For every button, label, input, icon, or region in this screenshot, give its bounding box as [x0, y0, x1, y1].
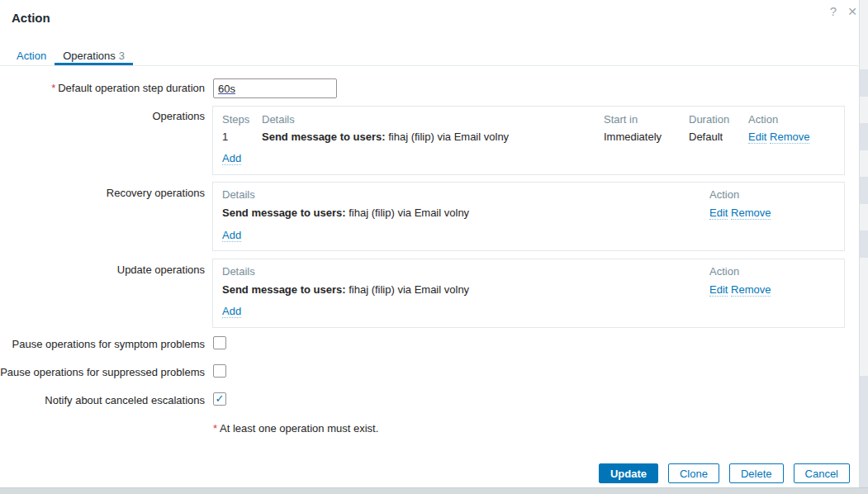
update-button[interactable]: Update — [599, 463, 658, 483]
col-action: Action — [709, 188, 739, 201]
update-operations-label: Update operations — [0, 264, 205, 276]
pause-symptom-checkbox[interactable] — [213, 336, 226, 349]
required-asterisk: * — [51, 82, 55, 94]
operation-start-in: Immediately — [604, 131, 662, 143]
action-dialog: Action ? ✕ Action Operations3 *Default o… — [0, 0, 860, 487]
update-details: Send message to users: fihaj (filip) via… — [222, 283, 469, 296]
remove-link[interactable]: Remove — [731, 207, 771, 220]
update-operations-table: Details Action Send message to users: fi… — [212, 259, 845, 328]
edit-link[interactable]: Edit — [709, 283, 728, 297]
cancel-button[interactable]: Cancel — [794, 463, 850, 483]
dialog-footer: Update Clone Delete Cancel — [599, 463, 850, 483]
edit-link[interactable]: Edit — [748, 131, 766, 144]
recovery-operations-label: Recovery operations — [0, 187, 205, 199]
checkbox-check-icon: ✓ — [216, 392, 225, 405]
tab-action[interactable]: Action — [17, 46, 55, 65]
operations-label: Operations — [0, 110, 205, 122]
col-start-in: Start in — [604, 113, 638, 126]
tab-operations-label: Operations — [63, 50, 116, 62]
duration-label: *Default operation step duration — [0, 82, 205, 94]
update-add-link[interactable]: Add — [222, 305, 241, 317]
pause-symptom-label: Pause operations for symptom problems — [0, 338, 205, 350]
recovery-details: Send message to users: fihaj (filip) via… — [222, 207, 469, 219]
tab-operations[interactable]: Operations3 — [55, 46, 133, 65]
operations-table: Steps Details Start in Duration Action 1… — [212, 106, 845, 175]
update-actions: Edit Remove — [709, 283, 771, 296]
notify-canceled-label: Notify about canceled escalations — [0, 394, 205, 406]
remove-link[interactable]: Remove — [770, 131, 809, 144]
pause-suppressed-checkbox[interactable] — [213, 364, 226, 378]
delete-button[interactable]: Delete — [729, 463, 784, 483]
operation-actions: Edit Remove — [748, 131, 809, 143]
pause-suppressed-label: Pause operations for suppressed problems — [0, 366, 205, 378]
duration-input[interactable] — [213, 78, 337, 98]
close-icon[interactable]: ✕ — [845, 4, 860, 19]
col-action: Action — [748, 113, 778, 126]
operations-add-link[interactable]: Add — [222, 152, 241, 164]
operation-details: Send message to users: fihaj (filip) via… — [262, 131, 509, 143]
operation-step: 1 — [222, 131, 228, 143]
col-steps: Steps — [222, 113, 249, 126]
operation-duration: Default — [689, 131, 723, 143]
col-duration: Duration — [689, 113, 729, 126]
required-asterisk: * — [213, 422, 217, 435]
edit-link[interactable]: Edit — [709, 207, 728, 220]
remove-link[interactable]: Remove — [731, 283, 771, 297]
tab-operations-count: 3 — [119, 50, 125, 62]
help-icon[interactable]: ? — [826, 4, 841, 19]
col-action: Action — [709, 265, 739, 278]
clone-button[interactable]: Clone — [668, 463, 719, 483]
notify-canceled-checkbox[interactable]: ✓ — [213, 392, 226, 406]
recovery-operations-table: Details Action Send message to users: fi… — [212, 182, 845, 251]
col-details: Details — [262, 113, 295, 126]
col-details: Details — [222, 188, 255, 201]
col-details: Details — [222, 265, 255, 278]
dialog-title: Action — [12, 11, 50, 25]
page-background — [860, 0, 868, 494]
recovery-actions: Edit Remove — [709, 207, 771, 219]
form-hint: *At least one operation must exist. — [213, 422, 378, 435]
recovery-add-link[interactable]: Add — [222, 229, 241, 241]
page-background-bottom — [0, 487, 868, 494]
dialog-tabs: Action Operations3 — [0, 46, 860, 66]
